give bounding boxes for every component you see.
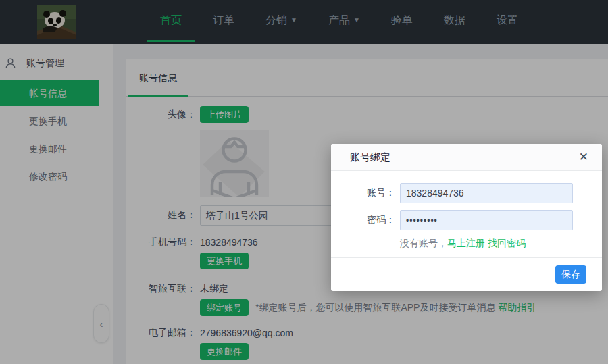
account-input[interactable]: 18328494736 <box>400 183 573 203</box>
account-binding-modal: 账号绑定 ✕ 账号： 18328494736 密码： ••••••••• 没有账… <box>331 144 602 291</box>
password-input[interactable]: ••••••••• <box>400 210 573 230</box>
close-icon[interactable]: ✕ <box>579 144 588 171</box>
no-account-text: 没有账号， <box>400 238 447 249</box>
modal-header: 账号绑定 ✕ <box>331 144 602 171</box>
password-field-label: 密码： <box>331 214 395 226</box>
account-field-row: 账号： 18328494736 <box>331 183 602 203</box>
modal-body: 账号： 18328494736 密码： ••••••••• 没有账号，马上注册 … <box>331 171 602 250</box>
modal-footer: 保存 <box>331 257 602 291</box>
modal-title: 账号绑定 <box>350 144 390 171</box>
account-field-label: 账号： <box>331 187 395 199</box>
account-links-row: 没有账号，马上注册 找回密码 <box>400 238 602 250</box>
recover-password-link[interactable]: 找回密码 <box>488 238 526 249</box>
register-link[interactable]: 马上注册 <box>447 238 485 249</box>
save-button[interactable]: 保存 <box>555 265 586 284</box>
password-field-row: 密码： ••••••••• <box>331 210 602 230</box>
